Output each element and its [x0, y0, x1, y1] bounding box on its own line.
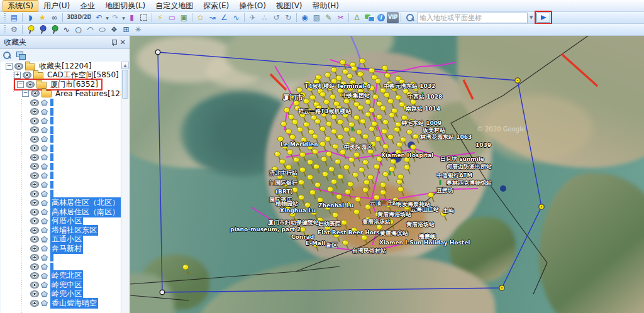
- map-pin[interactable]: [361, 235, 367, 244]
- visibility-eye-icon[interactable]: [23, 72, 31, 79]
- map-pin[interactable]: [303, 122, 309, 131]
- toolbar-grip-2[interactable]: [4, 25, 6, 34]
- tree-item-label[interactable]: [50, 126, 53, 134]
- map-pin[interactable]: [299, 113, 306, 122]
- tree-row[interactable]: [1, 180, 129, 190]
- marquee-select-icon[interactable]: [138, 13, 150, 23]
- map-pin[interactable]: [406, 129, 413, 139]
- menu-item-enterprise[interactable]: 企业: [75, 0, 100, 12]
- map-pin[interactable]: [326, 121, 332, 131]
- map-pin[interactable]: [347, 86, 353, 96]
- visibility-eye-icon[interactable]: [30, 227, 39, 234]
- map-pin[interactable]: [307, 160, 313, 169]
- map-pin[interactable]: [351, 228, 357, 237]
- visibility-eye-icon[interactable]: [30, 245, 39, 252]
- map-pin[interactable]: [307, 86, 313, 96]
- snapshot-icon[interactable]: ▣: [178, 13, 190, 23]
- map-pin[interactable]: [301, 137, 307, 146]
- add-green-pin-icon[interactable]: [48, 25, 60, 35]
- favorite-star-icon[interactable]: ★: [36, 13, 48, 23]
- map-pin[interactable]: [298, 195, 304, 204]
- visibility-eye-icon[interactable]: [30, 272, 39, 279]
- pen-icon[interactable]: ✎: [323, 13, 335, 23]
- tree-row[interactable]: [1, 253, 129, 263]
- scatter-points-icon[interactable]: ∴: [258, 13, 270, 23]
- angle-measure-icon[interactable]: ∠: [218, 13, 230, 23]
- map-pin[interactable]: [312, 134, 318, 143]
- fence-vertex[interactable]: [155, 50, 160, 55]
- map-pin[interactable]: [331, 129, 337, 138]
- map-pin[interactable]: [317, 217, 323, 227]
- map-pin[interactable]: [392, 197, 399, 207]
- menu-item-explore[interactable]: 探索(E): [198, 0, 234, 12]
- map-pin[interactable]: [322, 172, 328, 181]
- map-pin[interactable]: [382, 172, 389, 181]
- map-pin[interactable]: [353, 209, 360, 219]
- messages-icon[interactable]: [363, 13, 375, 23]
- map-pin[interactable]: [365, 217, 371, 226]
- map-pin[interactable]: [387, 135, 394, 144]
- map-pin[interactable]: [317, 197, 323, 207]
- map-pin[interactable]: [299, 167, 306, 177]
- search-history-caret-icon[interactable]: ▼: [528, 15, 535, 20]
- circle-tool-icon[interactable]: ○: [72, 25, 84, 35]
- rotate-ccw-icon[interactable]: ↺: [270, 13, 282, 23]
- map-pin[interactable]: [380, 106, 386, 115]
- map-pin[interactable]: [286, 165, 292, 174]
- map-pin[interactable]: [292, 187, 298, 197]
- visibility-eye-icon[interactable]: [30, 190, 39, 197]
- binoculars-icon[interactable]: ∞: [48, 13, 60, 23]
- vip-icon[interactable]: VIP: [387, 13, 399, 23]
- tree-item-label[interactable]: [50, 172, 53, 179]
- info-icon[interactable]: i: [375, 13, 387, 23]
- search-input[interactable]: [417, 13, 528, 23]
- curve-tool-icon[interactable]: ∿: [60, 25, 72, 35]
- map-pin[interactable]: [314, 119, 321, 128]
- tree-row[interactable]: −厦门市[6352]: [1, 80, 129, 89]
- map-pin[interactable]: [327, 85, 333, 95]
- redo-icon[interactable]: ↷: [109, 13, 121, 23]
- map-pin[interactable]: [340, 150, 346, 159]
- map-pin[interactable]: [382, 119, 389, 129]
- map-pin[interactable]: [316, 105, 322, 114]
- map-pin[interactable]: [314, 182, 321, 192]
- visibility-eye-icon[interactable]: [30, 254, 39, 261]
- map-pin[interactable]: [345, 189, 351, 199]
- visibility-eye-icon[interactable]: [30, 118, 39, 124]
- visibility-eye-icon[interactable]: [30, 181, 39, 188]
- visibility-eye-icon[interactable]: [14, 63, 23, 70]
- image-overlay-icon[interactable]: ▨: [311, 13, 323, 23]
- map-viewport[interactable]: 厦门市T4候机楼站 Terminal-4中铁元湾东站 1032中西站 1028中…: [130, 36, 644, 313]
- tower-icon[interactable]: ∆: [351, 13, 363, 23]
- map-pin[interactable]: [351, 66, 357, 75]
- freehand-line-icon[interactable]: ∿: [230, 13, 242, 23]
- map-pin[interactable]: [365, 112, 371, 121]
- fence-vertex[interactable]: [160, 290, 165, 295]
- search-go-button[interactable]: [536, 13, 550, 23]
- map-pin[interactable]: [397, 187, 404, 196]
- map-pin[interactable]: [331, 114, 337, 124]
- map-pin[interactable]: [293, 157, 299, 167]
- map-pin[interactable]: [274, 189, 280, 199]
- map-pin[interactable]: [404, 165, 410, 174]
- map-pin[interactable]: [376, 114, 382, 124]
- lightning-icon[interactable]: ⚡: [154, 13, 166, 23]
- visibility-eye-icon[interactable]: [30, 126, 39, 133]
- tree-row[interactable]: [1, 162, 129, 172]
- menu-item-system[interactable]: 系统(S): [3, 0, 38, 12]
- map-pin[interactable]: [289, 135, 296, 144]
- map-pin[interactable]: [410, 99, 416, 109]
- map-pin[interactable]: [304, 202, 311, 212]
- map-pin[interactable]: [365, 99, 371, 109]
- map-pin[interactable]: [313, 164, 319, 173]
- tree-row[interactable]: [1, 144, 129, 153]
- map-pin[interactable]: [342, 113, 348, 122]
- map-pin[interactable]: [332, 212, 338, 222]
- map-pin[interactable]: [272, 167, 278, 176]
- visibility-eye-icon[interactable]: [30, 300, 39, 307]
- tree-item-label[interactable]: [50, 117, 53, 124]
- panel-pin-icon[interactable]: [111, 38, 118, 46]
- map-pin[interactable]: [337, 135, 343, 144]
- map-pin[interactable]: [292, 119, 298, 129]
- map-pin[interactable]: [362, 82, 369, 91]
